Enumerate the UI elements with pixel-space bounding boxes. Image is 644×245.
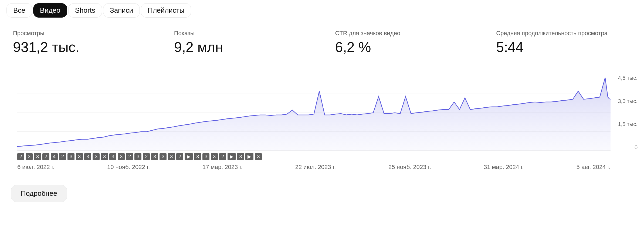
metric-views-label: Просмотры bbox=[13, 30, 148, 37]
metric-impressions-value: 9,2 млн bbox=[174, 39, 309, 55]
badge-3: 3 bbox=[34, 153, 41, 160]
badge-12: 3 bbox=[109, 153, 116, 160]
tab-playlists[interactable]: Плейлисты bbox=[141, 3, 191, 18]
badge-2: 3 bbox=[26, 153, 33, 160]
x-label-1: 6 июл. 2022 г. bbox=[17, 164, 55, 171]
metric-impressions-label: Показы bbox=[174, 30, 309, 37]
badge-26: 3 bbox=[255, 153, 262, 160]
badge-20: 2 bbox=[176, 153, 183, 160]
tab-records[interactable]: Записи bbox=[103, 3, 140, 18]
badge-22: 3 bbox=[202, 153, 209, 160]
metric-ctr: CTR для значков видео 6,2 % bbox=[322, 21, 483, 64]
badge-19: 3 bbox=[168, 153, 175, 160]
badge-1: 2 bbox=[17, 153, 24, 160]
x-label-4: 22 июл. 2023 г. bbox=[295, 164, 336, 171]
badge-14: 2 bbox=[126, 153, 133, 160]
badge-16: 2 bbox=[143, 153, 150, 160]
badge-21: 3 bbox=[194, 153, 201, 160]
x-label-6: 31 мар. 2024 г. bbox=[484, 164, 524, 171]
metric-duration-value: 5:44 bbox=[496, 39, 631, 55]
tab-shorts[interactable]: Shorts bbox=[68, 3, 102, 18]
badge-25: 3 bbox=[237, 153, 244, 160]
badge-13: 3 bbox=[118, 153, 125, 160]
metric-views-value: 931,2 тыс. bbox=[13, 39, 148, 55]
chart-svg bbox=[17, 75, 611, 151]
y-label-1500: 1,5 тыс. bbox=[611, 121, 638, 127]
tab-video[interactable]: Видео bbox=[33, 3, 67, 18]
badge-18: 3 bbox=[160, 153, 167, 160]
badge-10: 3 bbox=[93, 153, 100, 160]
tab-all[interactable]: Все bbox=[6, 3, 32, 18]
metric-views: Просмотры 931,2 тыс. bbox=[0, 21, 161, 64]
badge-23: 3 bbox=[211, 153, 218, 160]
tab-bar: Все Видео Shorts Записи Плейлисты bbox=[0, 0, 644, 21]
badge-11: 3 bbox=[101, 153, 108, 160]
badge-6: 2 bbox=[59, 153, 66, 160]
metric-impressions: Показы 9,2 млн bbox=[161, 21, 322, 64]
metrics-row: Просмотры 931,2 тыс. Показы 9,2 млн CTR … bbox=[0, 21, 644, 64]
badge-5: 4 bbox=[51, 153, 58, 160]
metric-duration-label: Средняя продолжительность просмотра bbox=[496, 30, 631, 37]
x-label-2: 10 нояб. 2022 г. bbox=[107, 164, 150, 171]
x-axis-labels: 6 июл. 2022 г. 10 нояб. 2022 г. 17 мар. … bbox=[6, 161, 638, 171]
metric-ctr-label: CTR для значков видео bbox=[335, 30, 470, 37]
y-label-3000: 3,0 тыс. bbox=[611, 98, 638, 104]
badge-play-2: ▶ bbox=[228, 153, 236, 160]
badge-24: 2 bbox=[219, 153, 226, 160]
badge-9: 3 bbox=[84, 153, 91, 160]
badge-17: 3 bbox=[151, 153, 158, 160]
badge-play-3: ▶ bbox=[245, 153, 253, 160]
badge-4: 2 bbox=[42, 153, 49, 160]
badge-play-1: ▶ bbox=[185, 153, 193, 160]
x-label-5: 25 нояб. 2023 г. bbox=[388, 164, 431, 171]
badge-15: 3 bbox=[134, 153, 141, 160]
x-label-3: 17 мар. 2023 г. bbox=[202, 164, 243, 171]
metric-ctr-value: 6,2 % bbox=[335, 39, 470, 55]
x-label-7: 5 авг. 2024 г. bbox=[577, 164, 611, 171]
metric-duration: Средняя продолжительность просмотра 5:44 bbox=[483, 21, 644, 64]
y-label-4500: 4,5 тыс. bbox=[611, 75, 638, 81]
badge-7: 3 bbox=[67, 153, 74, 160]
details-button[interactable]: Подробнее bbox=[11, 185, 67, 202]
y-label-0: 0 bbox=[611, 144, 638, 151]
chart-area: 4,5 тыс. 3,0 тыс. 1,5 тыс. 0 2 3 3 2 4 2… bbox=[0, 64, 644, 176]
badge-8: 3 bbox=[76, 153, 83, 160]
video-badges-row: 2 3 3 2 4 2 3 3 3 3 3 3 3 2 3 2 3 3 3 2 … bbox=[6, 151, 638, 161]
